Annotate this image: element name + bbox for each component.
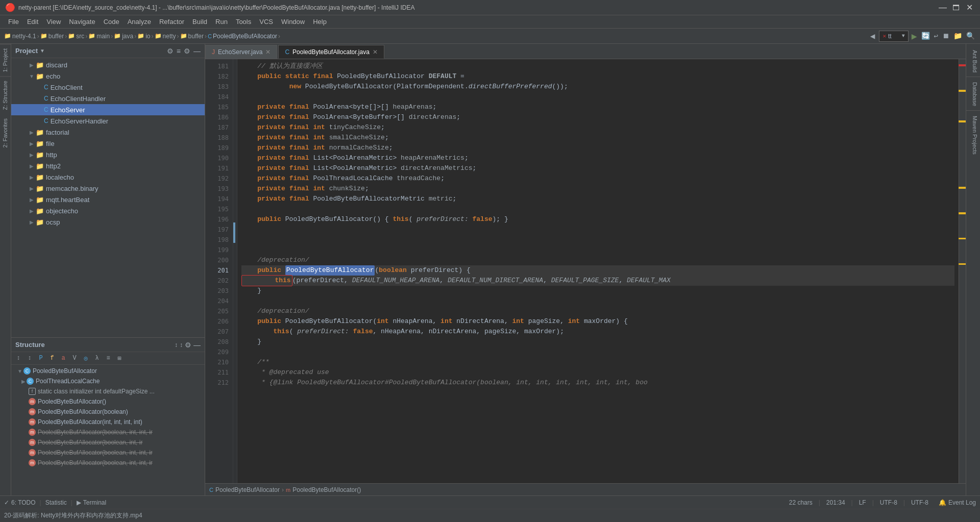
tree-item-memcache[interactable]: ▶ 📁 memcache.binary — [11, 183, 205, 194]
menu-code[interactable]: Code — [100, 15, 124, 28]
struct-item-9[interactable]: m PooledByteBufAllocator(boolean, int, i… — [11, 458, 205, 468]
folder-icon-btn[interactable]: 📁 — [952, 31, 963, 41]
database-tab[interactable]: Database — [966, 78, 980, 111]
bc-netty[interactable]: netty-4.1 — [12, 33, 36, 40]
settings-structure-icon[interactable]: ⚙ — [185, 341, 191, 349]
menu-help[interactable]: Help — [309, 15, 331, 28]
struct-item-5[interactable]: m PooledByteBufAllocator(int, int, int, … — [11, 417, 205, 427]
bc-java[interactable]: java — [122, 33, 133, 40]
expand-all-btn[interactable]: ⊞ — [114, 353, 125, 363]
hide-icon[interactable]: — — [193, 47, 201, 55]
sort-icon2[interactable]: ↕ — [180, 341, 183, 349]
todo-item[interactable]: ✓ 6: TODO — [4, 499, 36, 506]
tree-item-file[interactable]: ▶ 📁 file — [11, 138, 205, 149]
minimize-button[interactable]: — — [937, 2, 948, 13]
menu-navigate[interactable]: Navigate — [65, 15, 99, 28]
bc-io[interactable]: io — [145, 33, 150, 40]
show-vars-btn[interactable]: V — [69, 353, 80, 363]
maven-tab[interactable]: Maven Projects — [966, 112, 980, 159]
bc-main[interactable]: main — [96, 33, 110, 40]
sort-visibility-btn[interactable]: ↕ — [24, 353, 35, 363]
tab-close-icon[interactable]: ✕ — [373, 48, 378, 56]
struct-item-6[interactable]: m PooledByteBufAllocator(boolean, int, i… — [11, 427, 205, 437]
stop-icon[interactable]: ⏹ — [941, 31, 950, 41]
project-dropdown-icon[interactable]: ▼ — [40, 48, 45, 54]
tree-item-discard[interactable]: ▶ 📁 discard — [11, 59, 205, 70]
structure-side-tab[interactable]: Z: Structure — [0, 76, 11, 114]
struct-item-3[interactable]: m PooledByteBufAllocator() — [11, 396, 205, 407]
menu-file[interactable]: File — [4, 15, 23, 28]
tab-pooled[interactable]: C PooledByteBufAllocator.java ✕ — [278, 45, 384, 59]
indent-info[interactable]: UTF-8 — [911, 499, 928, 506]
search-x-icon[interactable]: ✕ — [883, 33, 886, 39]
tree-item-echo[interactable]: ▼ 📁 echo — [11, 70, 205, 82]
position-info[interactable]: 201:34 — [826, 499, 845, 506]
tab-close-icon[interactable]: ✕ — [265, 48, 271, 56]
line-ending-info[interactable]: LF — [859, 499, 866, 506]
terminal-item[interactable]: ▶ Terminal — [77, 499, 106, 506]
tree-item-http2[interactable]: ▶ 📁 http2 — [11, 160, 205, 171]
search-input-display[interactable]: tt — [888, 33, 892, 40]
tree-item-factorial[interactable]: ▶ 📁 factorial — [11, 127, 205, 138]
tree-item-mqtt[interactable]: ▶ 📁 mqtt.heartBeat — [11, 194, 205, 205]
tree-item-echoclienthandler[interactable]: C EchoClientHandler — [11, 93, 205, 104]
show-lambda-btn[interactable]: λ — [92, 353, 102, 363]
struct-item-4[interactable]: m PooledByteBufAllocator(boolean) — [11, 407, 205, 417]
show-fields-btn[interactable]: f — [47, 353, 57, 363]
sort-alpha-btn[interactable]: ↕ — [13, 353, 23, 363]
struct-item-7[interactable]: m PooledByteBufAllocator(boolean, int, i… — [11, 437, 205, 448]
chars-info[interactable]: 22 chars — [789, 499, 813, 506]
menu-window[interactable]: Window — [277, 15, 309, 28]
close-button[interactable]: ✕ — [964, 2, 975, 13]
search-dropdown-icon[interactable]: ▼ — [902, 33, 905, 39]
tree-item-echoserverhandler[interactable]: C EchoServerHandler — [11, 115, 205, 127]
tree-item-http[interactable]: ▶ 📁 http — [11, 149, 205, 160]
favorites-side-tab[interactable]: 2: Favorites — [0, 114, 11, 152]
event-log-item[interactable]: 🔔 Event Log — [939, 499, 976, 506]
bc-method-name[interactable]: PooledByteBufAllocator() — [292, 486, 361, 493]
menu-tools[interactable]: Tools — [232, 15, 255, 28]
show-inherited-btn[interactable]: P — [36, 353, 46, 363]
nav-back-icon[interactable]: ◀ — [868, 30, 877, 42]
tree-item-objectecho[interactable]: ▶ 📁 objectecho — [11, 205, 205, 216]
statistic-item[interactable]: Statistic — [45, 499, 67, 506]
rerun-icon[interactable]: ↩ — [933, 31, 939, 41]
bc-class-name[interactable]: PooledByteBufAllocator — [215, 486, 280, 493]
project-side-tab[interactable]: 1: Project — [0, 44, 11, 76]
group-btn[interactable]: ≡ — [103, 353, 113, 363]
settings-icon[interactable]: ⚙ — [184, 47, 190, 55]
tree-item-localecho[interactable]: ▶ 📁 localecho — [11, 171, 205, 183]
show-inner-btn[interactable]: ◎ — [81, 353, 91, 363]
bc-netty2[interactable]: netty — [163, 33, 176, 40]
menu-analyze[interactable]: Analyze — [124, 15, 155, 28]
encoding-info[interactable]: UTF-8 — [880, 499, 897, 506]
maximize-button[interactable]: 🗖 — [950, 2, 962, 13]
tab-echoserver[interactable]: J EchoServer.java ✕ — [205, 45, 277, 59]
tree-item-echoserver[interactable]: C EchoServer — [11, 104, 205, 115]
bc-src[interactable]: src — [76, 33, 84, 40]
sort-az-icon[interactable]: ↕ — [175, 341, 178, 349]
menu-vcs[interactable]: VCS — [255, 15, 277, 28]
show-anon-btn[interactable]: a — [58, 353, 68, 363]
struct-item-1[interactable]: ▶ C PoolThreadLocalCache — [11, 376, 205, 386]
menu-refactor[interactable]: Refactor — [155, 15, 188, 28]
bc-buffer2[interactable]: buffer — [188, 33, 204, 40]
struct-item-8[interactable]: m PooledByteBufAllocator(boolean, int, i… — [11, 448, 205, 458]
struct-item-0[interactable]: ▼ C PooledByteBufAllocator — [11, 366, 205, 376]
ant-build-tab[interactable]: Ant Build — [966, 46, 980, 77]
hide-structure-icon[interactable]: — — [193, 341, 201, 349]
sync-icon[interactable]: ⚙ — [167, 47, 174, 55]
menu-edit[interactable]: Edit — [23, 15, 42, 28]
tree-item-ocsp[interactable]: ▶ 📁 ocsp — [11, 216, 205, 228]
bc-class[interactable]: PooledByteBufAllocator — [213, 33, 277, 40]
menu-build[interactable]: Build — [188, 15, 211, 28]
menu-run[interactable]: Run — [211, 15, 232, 28]
menu-view[interactable]: View — [42, 15, 65, 28]
search-icon-btn[interactable]: 🔍 — [965, 31, 976, 41]
build-icon[interactable]: 🔄 — [920, 31, 931, 41]
bc-buffer[interactable]: buffer — [48, 33, 64, 40]
struct-item-2[interactable]: f static class initializer int defaultPa… — [11, 386, 205, 396]
tree-item-echoclient[interactable]: C EchoClient — [11, 82, 205, 93]
run-button[interactable]: ▶ — [911, 30, 918, 43]
code-editor[interactable]: // 默认为直接缓冲区 public static final PooledBy… — [237, 59, 959, 483]
